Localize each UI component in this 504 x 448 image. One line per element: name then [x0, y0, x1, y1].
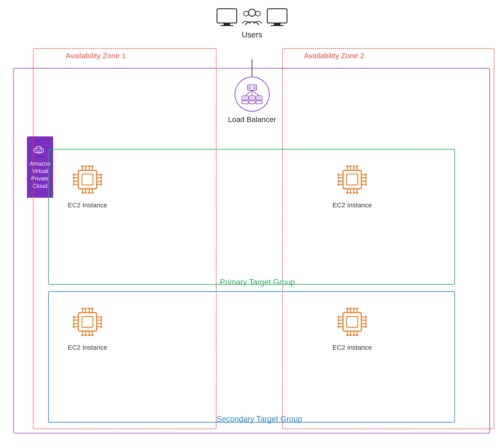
diagram-container: Users AmazonVirtualPrivateCloud Availabi… [0, 0, 504, 448]
svg-rect-148 [349, 308, 352, 309]
svg-rect-53 [73, 174, 74, 176]
svg-rect-81 [353, 166, 355, 167]
svg-rect-46 [84, 166, 87, 167]
svg-rect-52 [91, 192, 94, 194]
secondary-group-label: Secondary Target Group [216, 414, 302, 424]
svg-point-3 [249, 9, 255, 16]
svg-rect-11 [253, 87, 255, 88]
svg-rect-157 [338, 322, 339, 325]
monitor-right-icon [266, 8, 288, 27]
svg-rect-129 [343, 313, 361, 331]
svg-rect-118 [84, 334, 87, 336]
svg-rect-82 [356, 166, 358, 167]
svg-rect-49 [81, 192, 84, 194]
svg-rect-121 [73, 316, 74, 318]
lb-circle [234, 77, 270, 112]
svg-point-23 [259, 97, 261, 98]
svg-rect-79 [346, 166, 349, 167]
svg-rect-10 [249, 87, 251, 88]
svg-rect-86 [356, 192, 358, 194]
ec2-secondary-az2: EC2 Instance [332, 304, 372, 351]
svg-rect-128 [101, 325, 102, 328]
svg-rect-62 [347, 174, 358, 185]
svg-rect-119 [88, 334, 90, 336]
secondary-target-group [48, 291, 455, 423]
svg-rect-161 [365, 322, 367, 325]
ec2-primary-az1: EC2 Instance [68, 162, 107, 209]
ec2-label-secondary-az2: EC2 Instance [332, 344, 372, 351]
users-label: Users [242, 30, 262, 39]
svg-rect-59 [101, 180, 102, 183]
svg-rect-117 [81, 334, 84, 336]
svg-point-22 [257, 97, 259, 98]
users-icons [216, 7, 288, 28]
users-section: Users [216, 7, 288, 39]
svg-point-21 [252, 97, 253, 98]
svg-rect-153 [353, 334, 355, 336]
svg-rect-96 [82, 316, 93, 327]
svg-rect-90 [338, 183, 339, 186]
ec2-chip-icon-primary-az1 [70, 162, 105, 197]
svg-rect-51 [88, 192, 90, 194]
svg-rect-15 [242, 96, 248, 100]
svg-rect-95 [78, 313, 97, 331]
svg-rect-48 [91, 166, 94, 167]
svg-rect-57 [101, 174, 102, 176]
users-group-icon [242, 7, 262, 28]
ec2-chip-icon-primary-az2 [335, 162, 370, 197]
svg-rect-159 [365, 316, 367, 318]
svg-rect-83 [346, 192, 349, 194]
svg-rect-54 [73, 176, 74, 179]
svg-rect-84 [349, 192, 352, 194]
svg-rect-2 [220, 25, 234, 26]
svg-rect-61 [343, 170, 361, 189]
svg-rect-28 [82, 174, 93, 185]
svg-rect-93 [365, 180, 367, 183]
svg-point-18 [243, 97, 245, 98]
svg-rect-160 [365, 319, 367, 321]
svg-rect-149 [353, 308, 355, 309]
ec2-chip-icon-secondary-az2 [335, 304, 370, 339]
svg-point-19 [245, 97, 247, 98]
svg-rect-115 [88, 308, 90, 309]
svg-rect-156 [338, 319, 339, 321]
svg-rect-147 [346, 308, 349, 309]
svg-rect-25 [249, 101, 255, 104]
primary-target-group [48, 149, 455, 285]
svg-rect-24 [242, 101, 248, 104]
svg-rect-113 [81, 308, 84, 309]
svg-rect-6 [267, 9, 287, 23]
ec2-label-secondary-az1: EC2 Instance [68, 344, 107, 351]
svg-rect-152 [349, 334, 352, 336]
svg-rect-50 [84, 192, 87, 194]
primary-group-label: Primary Target Group [220, 278, 295, 287]
svg-rect-124 [73, 325, 74, 328]
svg-rect-154 [356, 334, 358, 336]
svg-rect-26 [256, 101, 262, 104]
svg-point-5 [255, 11, 260, 16]
ec2-label-primary-az2: EC2 Instance [332, 201, 372, 209]
svg-rect-8 [270, 25, 284, 26]
load-balancer-section: Load Balancer [228, 77, 276, 124]
svg-rect-56 [73, 183, 74, 186]
svg-rect-17 [256, 96, 262, 100]
svg-rect-127 [101, 322, 102, 325]
svg-rect-151 [346, 334, 349, 336]
monitor-left-icon [216, 8, 238, 27]
az1-label: Availability Zone 1 [66, 51, 126, 60]
svg-rect-125 [101, 316, 102, 318]
ec2-label-primary-az1: EC2 Instance [68, 201, 107, 209]
svg-rect-89 [338, 180, 339, 183]
az2-label: Availability Zone 2 [304, 51, 364, 60]
svg-rect-16 [249, 96, 255, 100]
ec2-chip-icon-secondary-az1 [70, 304, 105, 339]
svg-rect-116 [91, 308, 94, 309]
svg-rect-47 [88, 166, 90, 167]
svg-rect-7 [274, 23, 280, 25]
svg-rect-91 [365, 174, 367, 176]
lb-label: Load Balancer [228, 115, 276, 124]
svg-rect-45 [81, 166, 84, 167]
svg-rect-58 [101, 176, 102, 179]
svg-rect-150 [356, 308, 358, 309]
svg-rect-123 [73, 322, 74, 325]
